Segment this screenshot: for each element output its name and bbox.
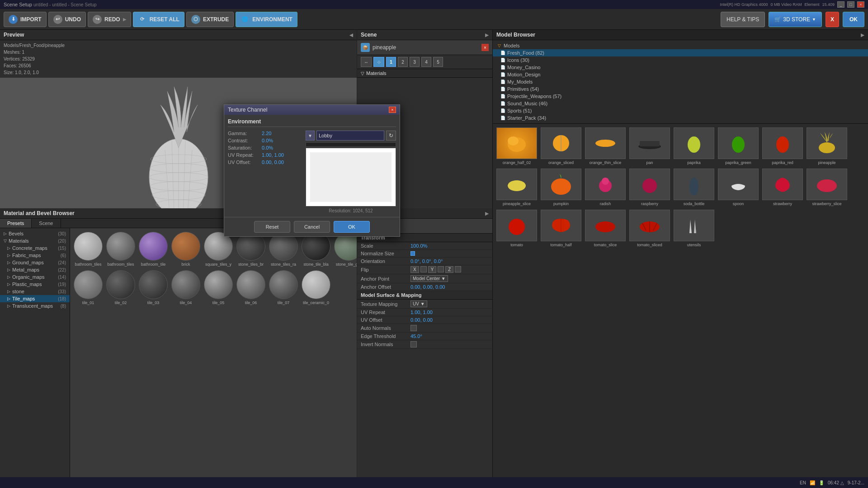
list-item[interactable]: pan	[629, 127, 670, 165]
reset-all-button[interactable]: ⟳ RESET ALL	[133, 12, 184, 27]
scene-num-1-btn[interactable]: 1	[386, 57, 396, 67]
cat-organic[interactable]: ▷ Organic_maps (14)	[0, 273, 70, 281]
close-button[interactable]: X	[826, 12, 839, 27]
invert-normals-checkbox[interactable]	[410, 341, 417, 347]
tree-item-primitives[interactable]: 📄 Primitives (54)	[493, 85, 868, 93]
tree-item-starter[interactable]: 📄 Starter_Pack (34)	[493, 114, 868, 122]
texture-cancel-button[interactable]: Cancel	[294, 221, 330, 233]
texture-mapping-dropdown[interactable]: UV ▼	[410, 300, 427, 307]
list-item[interactable]: tomato	[496, 210, 537, 247]
scene-num-3-btn[interactable]: 3	[410, 57, 420, 67]
saturation-value[interactable]: 0.0%	[262, 145, 273, 150]
auto-normals-checkbox[interactable]	[410, 325, 417, 331]
contrast-value[interactable]: 0.0%	[262, 138, 273, 143]
cat-stone[interactable]: ▷ stone (33)	[0, 288, 70, 295]
list-item[interactable]: brick	[171, 232, 200, 267]
import-button[interactable]: ⬇ IMPORT	[4, 12, 47, 27]
scene-expand-icon[interactable]: ▶	[485, 33, 489, 38]
tree-item-fresh-food[interactable]: 📄 Fresh_Food (82)	[493, 49, 868, 56]
texture-name-input[interactable]	[316, 131, 384, 141]
tree-item-mymodels[interactable]: 📄 My_Models	[493, 78, 868, 85]
scene-materials-header[interactable]: ▽ Materials	[357, 69, 492, 78]
tree-item-projectile[interactable]: 📄 Projectile_Weapons (57)	[493, 93, 868, 100]
list-item[interactable]: orange_half_02	[496, 127, 537, 165]
scene-num-4-btn[interactable]: 4	[421, 57, 431, 67]
tree-item-money[interactable]: 📄 Money_Casino	[493, 64, 868, 71]
list-item[interactable]: tile_05	[204, 270, 233, 305]
tex-uv-repeat-value[interactable]: 1.00, 1.00	[262, 152, 284, 158]
texture-ok-button[interactable]: OK	[334, 221, 370, 233]
maximize-btn[interactable]: □	[847, 1, 854, 8]
list-item[interactable]: orange_thin_slice	[585, 127, 626, 165]
list-item[interactable]: bathroom_tiles	[74, 232, 103, 267]
preview-expand-icon[interactable]: ◀	[349, 33, 353, 38]
cat-translucent[interactable]: ▷ Translucent_maps (8)	[0, 302, 70, 310]
texture-reset-button[interactable]: Reset	[254, 221, 290, 233]
titlebar-close-btn[interactable]: ×	[857, 1, 864, 8]
environment-button[interactable]: 🌐 ENVIRONMENT	[236, 12, 297, 27]
list-item[interactable]: paprika_red	[762, 127, 803, 165]
anchor-dropdown[interactable]: Model Center ▼	[410, 275, 448, 282]
list-item[interactable]: tile_01	[74, 270, 103, 305]
tab-presets[interactable]: Presets	[0, 219, 32, 228]
list-item[interactable]: tile_07	[269, 270, 298, 305]
list-item[interactable]: stone_tiles_ra	[269, 232, 298, 267]
list-item[interactable]: tile_02	[106, 270, 135, 305]
list-item[interactable]: strawberry_slice	[807, 169, 847, 206]
list-item[interactable]: utensils	[674, 210, 714, 247]
edit-expand-icon[interactable]: ▶	[485, 211, 489, 216]
undo-button[interactable]: ↩ UNDO	[48, 12, 86, 27]
list-item[interactable]: radish	[585, 169, 626, 206]
scene-num-5-btn[interactable]: 5	[433, 57, 443, 67]
scene-move-btn[interactable]: ↔	[361, 57, 372, 67]
texture-channel-close-button[interactable]: ×	[389, 107, 396, 113]
list-item[interactable]: pineapple	[807, 127, 847, 165]
list-item[interactable]: tile_03	[139, 270, 168, 305]
cat-metal[interactable]: ▷ Metal_maps (22)	[0, 266, 70, 273]
tab-scene[interactable]: Scene	[32, 219, 61, 228]
list-item[interactable]: paprika	[674, 127, 714, 165]
flip-y-checkbox[interactable]	[438, 266, 444, 272]
cat-materials[interactable]: ▽ Materials (20)	[0, 237, 70, 244]
list-item[interactable]: raspberry	[629, 169, 670, 206]
cat-fabric[interactable]: ▷ Fabric_maps (6)	[0, 252, 70, 259]
tree-item-icons[interactable]: 📄 Icons (30)	[493, 56, 868, 64]
list-item[interactable]: tile_ceramic_0	[302, 270, 330, 305]
minimize-btn[interactable]: _	[837, 1, 844, 8]
flip-x-checkbox[interactable]	[420, 266, 427, 272]
list-item[interactable]: tile_04	[171, 270, 200, 305]
list-item[interactable]: spoon	[718, 169, 759, 206]
list-item[interactable]: pumpkin	[541, 169, 581, 206]
list-item[interactable]: paprika_green	[718, 127, 759, 165]
cat-bevels[interactable]: ▷ Bevels (30)	[0, 230, 70, 237]
list-item[interactable]: soda_bottle	[674, 169, 714, 206]
list-item[interactable]: stone_tiles_br	[236, 232, 265, 267]
store-button[interactable]: 🛒 3D STORE ▼	[769, 12, 822, 27]
list-item[interactable]: pineapple_slice	[496, 169, 537, 206]
list-item[interactable]: square_tiles_y	[204, 232, 233, 267]
flip-z-checkbox[interactable]	[455, 266, 461, 272]
tree-item-models[interactable]: ▽ Models	[493, 42, 868, 49]
flip-z-btn[interactable]: Z	[445, 266, 453, 273]
flip-x-btn[interactable]: X	[410, 266, 419, 273]
cat-tile[interactable]: ▷ Tile_maps (18)	[0, 295, 70, 302]
scene-select-btn[interactable]: ⊹	[373, 57, 384, 67]
list-item[interactable]: tile_06	[236, 270, 265, 305]
help-tips-button[interactable]: HELP & TIPS	[721, 12, 765, 27]
flip-y-btn[interactable]: Y	[428, 266, 437, 273]
list-item[interactable]: tomato_half	[541, 210, 581, 247]
cat-plastic[interactable]: ▷ Plastic_maps (19)	[0, 281, 70, 288]
tree-item-motion[interactable]: 📄 Motion_Design	[493, 71, 868, 78]
cat-ground[interactable]: ▷ Ground_maps (24)	[0, 259, 70, 266]
tree-item-sports[interactable]: 📄 Sports (51)	[493, 107, 868, 114]
list-item[interactable]: strawberry	[762, 169, 803, 206]
model-browser-expand-icon[interactable]: ▶	[861, 33, 864, 38]
redo-button[interactable]: ↪ REDO ▶	[88, 12, 131, 27]
list-item[interactable]: stone_tile_gre	[334, 232, 357, 267]
cat-concrete[interactable]: ▷ Concrete_maps (15)	[0, 244, 70, 252]
scene-close-button[interactable]: ×	[481, 44, 489, 51]
normalize-indicator[interactable]	[410, 251, 415, 256]
list-item[interactable]: tomato_slice	[585, 210, 626, 247]
list-item[interactable]: tomato_sliced	[629, 210, 670, 247]
ok-button-top[interactable]: OK	[843, 12, 864, 27]
